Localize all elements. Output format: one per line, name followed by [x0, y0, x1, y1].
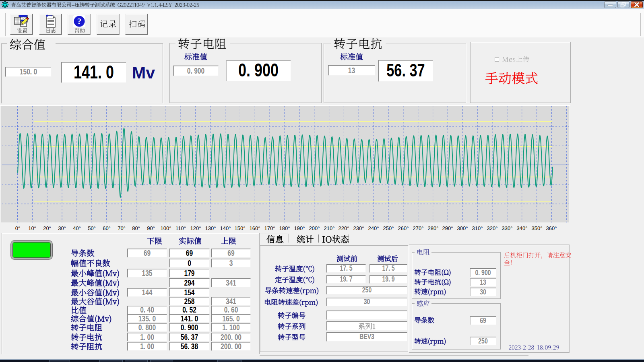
svg-text:?: ? — [77, 16, 82, 26]
